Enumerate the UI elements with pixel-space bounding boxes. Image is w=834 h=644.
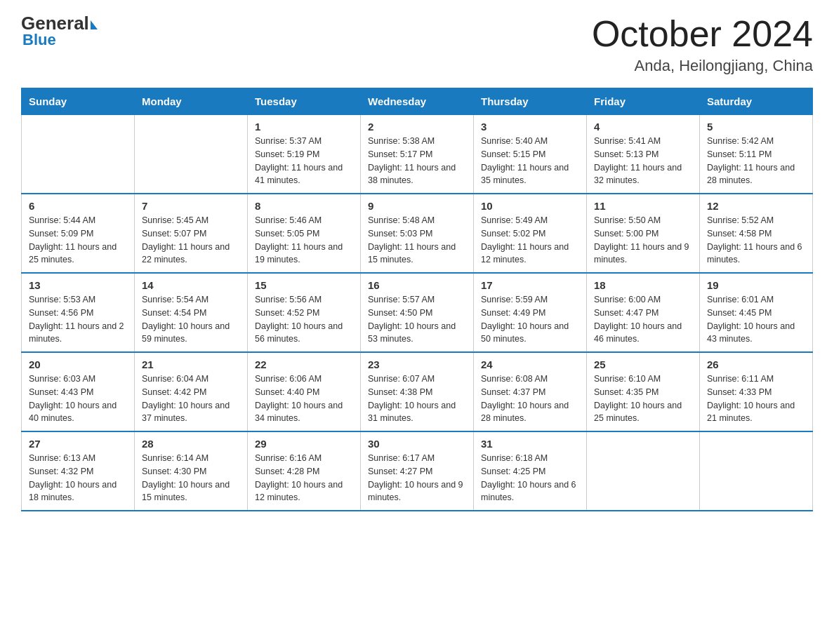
day-number: 6 xyxy=(29,200,127,212)
logo-general-text: General xyxy=(21,14,98,32)
day-info: Sunrise: 6:16 AMSunset: 4:28 PMDaylight:… xyxy=(255,452,353,504)
calendar-day-24: 24Sunrise: 6:08 AMSunset: 4:37 PMDayligh… xyxy=(474,352,587,431)
weekday-header-sunday: Sunday xyxy=(22,88,135,115)
calendar-day-2: 2Sunrise: 5:38 AMSunset: 5:17 PMDaylight… xyxy=(361,115,474,194)
day-info: Sunrise: 5:52 AMSunset: 4:58 PMDaylight:… xyxy=(707,214,805,267)
day-number: 5 xyxy=(707,121,805,133)
calendar-day-26: 26Sunrise: 6:11 AMSunset: 4:33 PMDayligh… xyxy=(700,352,813,431)
calendar-day-5: 5Sunrise: 5:42 AMSunset: 5:11 PMDaylight… xyxy=(700,115,813,194)
day-number: 18 xyxy=(594,279,692,291)
day-number: 2 xyxy=(368,121,466,133)
calendar-empty-cell xyxy=(700,431,813,511)
day-info: Sunrise: 5:37 AMSunset: 5:19 PMDaylight:… xyxy=(255,135,353,187)
day-info: Sunrise: 5:53 AMSunset: 4:56 PMDaylight:… xyxy=(29,293,127,346)
calendar-week-row: 13Sunrise: 5:53 AMSunset: 4:56 PMDayligh… xyxy=(22,273,813,352)
day-number: 28 xyxy=(142,438,240,450)
day-info: Sunrise: 6:03 AMSunset: 4:43 PMDaylight:… xyxy=(29,373,127,425)
calendar-day-29: 29Sunrise: 6:16 AMSunset: 4:28 PMDayligh… xyxy=(248,431,361,511)
month-title: October 2024 xyxy=(592,14,813,54)
day-number: 13 xyxy=(29,279,127,291)
day-number: 23 xyxy=(368,358,466,370)
day-info: Sunrise: 5:49 AMSunset: 5:02 PMDaylight:… xyxy=(481,214,579,267)
day-info: Sunrise: 5:50 AMSunset: 5:00 PMDaylight:… xyxy=(594,214,692,267)
calendar-day-20: 20Sunrise: 6:03 AMSunset: 4:43 PMDayligh… xyxy=(22,352,135,431)
calendar-empty-cell xyxy=(135,115,248,194)
day-info: Sunrise: 6:17 AMSunset: 4:27 PMDaylight:… xyxy=(368,452,466,504)
day-number: 19 xyxy=(707,279,805,291)
day-info: Sunrise: 5:59 AMSunset: 4:49 PMDaylight:… xyxy=(481,293,579,346)
title-block: October 2024 Anda, Heilongjiang, China xyxy=(592,14,813,75)
day-number: 4 xyxy=(594,121,692,133)
weekday-header-wednesday: Wednesday xyxy=(361,88,474,115)
day-number: 8 xyxy=(255,200,353,212)
calendar-day-17: 17Sunrise: 5:59 AMSunset: 4:49 PMDayligh… xyxy=(474,273,587,352)
day-info: Sunrise: 5:38 AMSunset: 5:17 PMDaylight:… xyxy=(368,135,466,187)
day-number: 15 xyxy=(255,279,353,291)
calendar-day-12: 12Sunrise: 5:52 AMSunset: 4:58 PMDayligh… xyxy=(700,194,813,273)
day-number: 14 xyxy=(142,279,240,291)
day-info: Sunrise: 5:54 AMSunset: 4:54 PMDaylight:… xyxy=(142,293,240,346)
calendar-day-16: 16Sunrise: 5:57 AMSunset: 4:50 PMDayligh… xyxy=(361,273,474,352)
day-info: Sunrise: 6:11 AMSunset: 4:33 PMDaylight:… xyxy=(707,373,805,425)
day-number: 25 xyxy=(594,358,692,370)
day-number: 29 xyxy=(255,438,353,450)
day-number: 7 xyxy=(142,200,240,212)
day-info: Sunrise: 5:40 AMSunset: 5:15 PMDaylight:… xyxy=(481,135,579,187)
day-info: Sunrise: 6:10 AMSunset: 4:35 PMDaylight:… xyxy=(594,373,692,425)
calendar-day-10: 10Sunrise: 5:49 AMSunset: 5:02 PMDayligh… xyxy=(474,194,587,273)
calendar-day-4: 4Sunrise: 5:41 AMSunset: 5:13 PMDaylight… xyxy=(587,115,700,194)
weekday-header-friday: Friday xyxy=(587,88,700,115)
day-number: 12 xyxy=(707,200,805,212)
day-number: 24 xyxy=(481,358,579,370)
day-info: Sunrise: 6:07 AMSunset: 4:38 PMDaylight:… xyxy=(368,373,466,425)
calendar-day-9: 9Sunrise: 5:48 AMSunset: 5:03 PMDaylight… xyxy=(361,194,474,273)
weekday-header-tuesday: Tuesday xyxy=(248,88,361,115)
calendar-day-28: 28Sunrise: 6:14 AMSunset: 4:30 PMDayligh… xyxy=(135,431,248,511)
day-number: 22 xyxy=(255,358,353,370)
calendar-day-30: 30Sunrise: 6:17 AMSunset: 4:27 PMDayligh… xyxy=(361,431,474,511)
calendar-day-25: 25Sunrise: 6:10 AMSunset: 4:35 PMDayligh… xyxy=(587,352,700,431)
logo: General Blue xyxy=(21,14,98,49)
day-info: Sunrise: 6:13 AMSunset: 4:32 PMDaylight:… xyxy=(29,452,127,504)
page-header: General Blue October 2024 Anda, Heilongj… xyxy=(21,14,813,75)
calendar-week-row: 6Sunrise: 5:44 AMSunset: 5:09 PMDaylight… xyxy=(22,194,813,273)
day-number: 16 xyxy=(368,279,466,291)
day-info: Sunrise: 6:06 AMSunset: 4:40 PMDaylight:… xyxy=(255,373,353,425)
day-number: 1 xyxy=(255,121,353,133)
logo-blue-text: Blue xyxy=(21,31,56,49)
weekday-header-row: SundayMondayTuesdayWednesdayThursdayFrid… xyxy=(22,88,813,115)
day-number: 3 xyxy=(481,121,579,133)
calendar-day-14: 14Sunrise: 5:54 AMSunset: 4:54 PMDayligh… xyxy=(135,273,248,352)
weekday-header-monday: Monday xyxy=(135,88,248,115)
calendar-day-21: 21Sunrise: 6:04 AMSunset: 4:42 PMDayligh… xyxy=(135,352,248,431)
day-number: 27 xyxy=(29,438,127,450)
calendar-day-23: 23Sunrise: 6:07 AMSunset: 4:38 PMDayligh… xyxy=(361,352,474,431)
calendar-empty-cell xyxy=(587,431,700,511)
day-info: Sunrise: 5:46 AMSunset: 5:05 PMDaylight:… xyxy=(255,214,353,267)
weekday-header-thursday: Thursday xyxy=(474,88,587,115)
day-info: Sunrise: 5:56 AMSunset: 4:52 PMDaylight:… xyxy=(255,293,353,346)
calendar-table: SundayMondayTuesdayWednesdayThursdayFrid… xyxy=(21,88,813,511)
day-info: Sunrise: 5:44 AMSunset: 5:09 PMDaylight:… xyxy=(29,214,127,267)
day-number: 10 xyxy=(481,200,579,212)
day-info: Sunrise: 5:57 AMSunset: 4:50 PMDaylight:… xyxy=(368,293,466,346)
day-number: 20 xyxy=(29,358,127,370)
location-title: Anda, Heilongjiang, China xyxy=(592,57,813,75)
calendar-day-3: 3Sunrise: 5:40 AMSunset: 5:15 PMDaylight… xyxy=(474,115,587,194)
calendar-day-22: 22Sunrise: 6:06 AMSunset: 4:40 PMDayligh… xyxy=(248,352,361,431)
day-info: Sunrise: 6:08 AMSunset: 4:37 PMDaylight:… xyxy=(481,373,579,425)
day-number: 21 xyxy=(142,358,240,370)
day-info: Sunrise: 6:01 AMSunset: 4:45 PMDaylight:… xyxy=(707,293,805,346)
calendar-day-11: 11Sunrise: 5:50 AMSunset: 5:00 PMDayligh… xyxy=(587,194,700,273)
calendar-day-15: 15Sunrise: 5:56 AMSunset: 4:52 PMDayligh… xyxy=(248,273,361,352)
day-info: Sunrise: 6:14 AMSunset: 4:30 PMDaylight:… xyxy=(142,452,240,504)
day-info: Sunrise: 5:48 AMSunset: 5:03 PMDaylight:… xyxy=(368,214,466,267)
day-number: 11 xyxy=(594,200,692,212)
calendar-day-13: 13Sunrise: 5:53 AMSunset: 4:56 PMDayligh… xyxy=(22,273,135,352)
day-info: Sunrise: 5:41 AMSunset: 5:13 PMDaylight:… xyxy=(594,135,692,187)
day-info: Sunrise: 6:04 AMSunset: 4:42 PMDaylight:… xyxy=(142,373,240,425)
day-number: 31 xyxy=(481,438,579,450)
day-number: 9 xyxy=(368,200,466,212)
calendar-day-31: 31Sunrise: 6:18 AMSunset: 4:25 PMDayligh… xyxy=(474,431,587,511)
day-info: Sunrise: 5:45 AMSunset: 5:07 PMDaylight:… xyxy=(142,214,240,267)
